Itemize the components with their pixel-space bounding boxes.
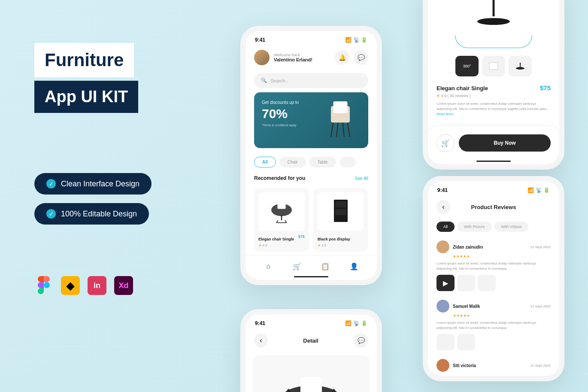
detail-price: $75 — [540, 84, 551, 91]
review-date: 12 Sept 2022 — [530, 364, 551, 368]
home-indicator — [294, 276, 328, 277]
page-title: Product Reviews — [455, 204, 533, 210]
avatar[interactable] — [254, 50, 270, 65]
check-icon: ✓ — [46, 209, 56, 219]
search-input[interactable]: 🔍Search.. — [254, 73, 368, 88]
page-title: Detail — [272, 337, 349, 344]
review-item: Zidan zainudin12 Sept 2022 ★★★★★ Lorem i… — [428, 236, 559, 295]
svg-line-4 — [336, 123, 338, 137]
thumb-image[interactable] — [482, 56, 505, 76]
svg-rect-7 — [277, 202, 285, 209]
title-box: Furniture — [34, 43, 134, 77]
chip-chair[interactable]: Chair — [279, 157, 306, 167]
review-tab-all[interactable]: All — [436, 222, 455, 232]
svg-line-3 — [348, 123, 350, 137]
status-time: 9:41 — [255, 320, 265, 326]
review-thumb[interactable] — [457, 275, 475, 291]
chip-more[interactable] — [339, 157, 356, 167]
review-date: 12 Sept 2022 — [530, 245, 551, 249]
review-item: Siti victoria12 Sept 2022 — [428, 355, 559, 376]
review-avatar — [436, 300, 449, 313]
review-thumb[interactable] — [478, 275, 496, 291]
review-name: Siti victoria — [453, 363, 527, 368]
thumb-360[interactable]: 360° — [455, 56, 479, 76]
product-rating: ★ 4.5 — [318, 243, 364, 247]
svg-point-16 — [477, 18, 510, 25]
svg-line-11 — [285, 220, 287, 223]
chip-all[interactable]: All — [254, 157, 276, 167]
nav-home-icon[interactable]: ⌂ — [264, 261, 273, 271]
cart-button[interactable]: 🛒 — [436, 134, 455, 152]
subtitle-box: App UI KIT — [34, 81, 138, 113]
svg-rect-1 — [333, 101, 348, 113]
detail-product-image — [264, 364, 358, 392]
review-text: Lorem ipsum dolor sit amet, consectetur.… — [436, 320, 551, 331]
review-avatar — [436, 240, 449, 253]
review-thumb-video[interactable]: ▶ — [436, 275, 455, 291]
detail-description: Lorem ipsum dolor sit amet, consectetur.… — [436, 101, 551, 117]
promo-chair-image — [317, 97, 364, 144]
main-title: Furniture — [45, 50, 124, 70]
review-stars: ★★★★★ — [453, 313, 551, 318]
product-name: Elegan chair Single — [258, 237, 294, 241]
buy-now-button[interactable]: Buy Now — [459, 134, 551, 152]
detail-rating: ★ 4.9 ( 40 reviews ) — [436, 94, 551, 98]
status-icons: 📶 📡 🔋 — [345, 37, 367, 43]
nav-orders-icon[interactable]: 📋 — [321, 261, 330, 271]
rotate-indicator[interactable] — [455, 35, 532, 48]
feature-pill-2: ✓100% Editable Design — [34, 203, 149, 225]
tool-icons-row: ◆ in Xd — [34, 276, 215, 295]
welcome-text: Wellcome back — [274, 53, 330, 57]
chat-icon[interactable]: 💬 — [354, 50, 368, 65]
back-button[interactable]: ‹ — [436, 200, 450, 214]
review-thumb[interactable] — [457, 334, 475, 350]
product-card[interactable]: Black pos display ★ 4.5 — [313, 188, 368, 252]
username: Valentino Erland! — [274, 57, 330, 62]
status-time: 9:41 — [437, 187, 448, 193]
product-image — [318, 192, 364, 231]
svg-line-5 — [343, 123, 344, 137]
feature-label: 100% Editable Design — [61, 210, 137, 219]
review-avatar — [436, 359, 449, 372]
svg-rect-14 — [335, 209, 346, 215]
status-icons: 📶 📡 🔋 — [527, 187, 550, 193]
nav-profile-icon[interactable]: 👤 — [349, 261, 359, 271]
svg-rect-17 — [489, 63, 498, 70]
notification-icon[interactable]: 🔔 — [335, 50, 349, 65]
review-thumb[interactable] — [436, 334, 455, 350]
product-card[interactable]: Elegan chair Single$75 ★ 4.9 — [254, 188, 309, 252]
search-placeholder: Search.. — [270, 78, 288, 83]
review-tab-videos[interactable]: With Videos — [494, 222, 529, 232]
review-item: Samuel Malik11 Sept 2022 ★★★★★ Lorem ips… — [428, 295, 559, 355]
phone-reviews: 9:41📶 📡 🔋 ‹ Product Reviews All With Pic… — [423, 176, 564, 381]
see-all-link[interactable]: See All — [355, 176, 368, 181]
status-bar: 9:41📶 📡 🔋 — [246, 314, 377, 330]
phone-detail-bottom: 9:41📶 📡 🔋 ‹ Detail 💬 — [240, 309, 382, 392]
product-360-image — [459, 0, 528, 33]
svg-line-2 — [331, 123, 333, 137]
section-title: Recomended for you — [254, 175, 305, 181]
thumb-image[interactable] — [509, 56, 532, 76]
feature-label: Clean Interface Design — [61, 179, 139, 188]
nav-cart-icon[interactable]: 🛒 — [292, 261, 302, 271]
product-name: Black pos display — [318, 237, 350, 241]
chip-table[interactable]: Table — [309, 157, 336, 167]
review-text: Lorem ipsum dolor sit amet, consectetur.… — [436, 261, 551, 271]
status-time: 9:41 — [255, 37, 265, 43]
chat-icon[interactable]: 💬 — [354, 333, 368, 348]
figma-icon — [34, 276, 53, 295]
search-icon: 🔍 — [261, 78, 267, 83]
review-date: 11 Sept 2022 — [530, 304, 551, 308]
main-subtitle: App UI KIT — [45, 88, 128, 106]
status-icons: 📶 📡 🔋 — [345, 320, 367, 326]
back-button[interactable]: ‹ — [254, 334, 268, 347]
promo-card[interactable]: Get discounts up to 70% *Terms & conditi… — [254, 92, 368, 148]
phone-home: 9:41📶 📡 🔋 Wellcome backValentino Erland!… — [240, 26, 382, 285]
svg-line-10 — [276, 220, 278, 223]
review-name: Zidan zainudin — [453, 245, 527, 249]
sketch-icon: ◆ — [61, 276, 80, 295]
product-price: $75 — [298, 234, 305, 239]
review-tab-picture[interactable]: With Picture — [457, 222, 492, 232]
read-more-link[interactable]: Read More — [436, 112, 454, 116]
svg-rect-21 — [300, 377, 322, 392]
